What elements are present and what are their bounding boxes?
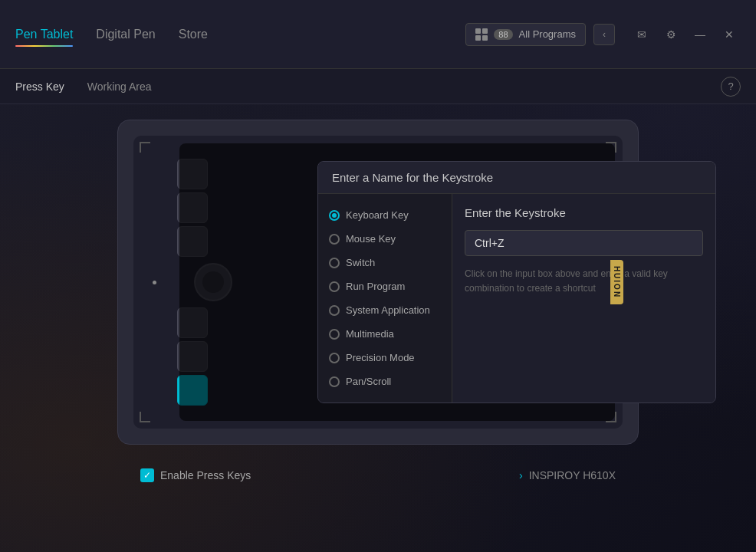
main-content: Enter a Name for the Keystroke Keyboard … [0, 104, 756, 552]
keystroke-input[interactable] [465, 230, 703, 256]
minimize-button[interactable]: — [689, 23, 712, 46]
option-pan-scroll-label: Pan/Scroll [346, 376, 391, 387]
title-bar: Pen Tablet Digital Pen Store 88 All Prog… [0, 0, 756, 69]
enter-keystroke-title: Enter the Keystroke [465, 206, 703, 219]
bottom-bar: ✓ Enable Press Keys › INSPIROY H610X [117, 445, 639, 506]
enable-press-keys-checkbox[interactable]: ✓ Enable Press Keys [140, 468, 251, 482]
option-run-program[interactable]: Run Program [318, 274, 452, 298]
radio-pan-scroll [329, 376, 340, 387]
option-multimedia-label: Multimedia [346, 328, 394, 340]
radio-switch [329, 258, 340, 268]
option-keyboard-key[interactable]: Keyboard Key [318, 203, 452, 227]
option-precision-mode-label: Precision Mode [346, 352, 415, 363]
option-mouse-key[interactable]: Mouse Key [318, 227, 452, 251]
radio-multimedia [329, 329, 340, 340]
option-pan-scroll[interactable]: Pan/Scroll [318, 370, 452, 393]
option-mouse-key-label: Mouse Key [346, 233, 396, 245]
corner-tl [140, 142, 150, 153]
tablet-inner: Enter a Name for the Keystroke Keyboard … [133, 136, 623, 429]
dialog-overlay: Enter a Name for the Keystroke Keyboard … [179, 143, 615, 421]
radio-system-application [329, 305, 340, 316]
settings-button[interactable]: ⚙ [659, 23, 682, 46]
programs-label: All Programs [519, 28, 576, 40]
help-button[interactable]: ? [721, 77, 741, 97]
device-selector[interactable]: › INSPIROY H610X [519, 469, 616, 481]
option-switch-label: Switch [346, 257, 375, 268]
sub-nav-working-area[interactable]: Working Area [87, 80, 152, 93]
device-chevron-icon: › [519, 469, 523, 481]
title-bar-right: 88 All Programs ‹ ✉ ⚙ — ✕ [465, 23, 741, 46]
option-keyboard-key-label: Keyboard Key [346, 209, 409, 221]
dialog-options-list: Keyboard Key Mouse Key Switch [318, 194, 452, 402]
option-system-application[interactable]: System Application [318, 298, 452, 322]
radio-precision-mode [329, 353, 340, 363]
option-run-program-label: Run Program [346, 281, 405, 292]
keystroke-hint: Click on the input box above and enter a… [465, 267, 703, 296]
tab-pen-tablet[interactable]: Pen Tablet [15, 24, 73, 45]
programs-selector[interactable]: 88 All Programs [465, 23, 586, 46]
sub-nav-press-key[interactable]: Press Key [15, 80, 64, 93]
mail-button[interactable]: ✉ [630, 23, 653, 46]
radio-keyboard-key [329, 210, 340, 221]
dialog-right-panel: Enter the Keystroke Click on the input b… [452, 194, 715, 402]
device-name: INSPIROY H610X [529, 469, 616, 481]
corner-bl [140, 412, 150, 422]
tablet-panel: Enter a Name for the Keystroke Keyboard … [117, 120, 639, 445]
option-multimedia[interactable]: Multimedia [318, 322, 452, 346]
option-system-application-label: System Application [346, 304, 430, 316]
close-button[interactable]: ✕ [718, 23, 741, 46]
option-precision-mode[interactable]: Precision Mode [318, 346, 452, 370]
dialog-title: Enter a Name for the Keystroke [318, 162, 715, 194]
checkbox-icon: ✓ [140, 468, 154, 482]
dialog-body: Keyboard Key Mouse Key Switch [318, 194, 715, 402]
enable-press-keys-label: Enable Press Keys [160, 469, 251, 481]
keystroke-dialog: Enter a Name for the Keystroke Keyboard … [317, 161, 716, 403]
tab-store[interactable]: Store [179, 24, 208, 45]
window-controls: ✉ ⚙ — ✕ [630, 23, 741, 46]
tab-digital-pen[interactable]: Digital Pen [96, 24, 155, 45]
programs-count: 88 [494, 29, 512, 40]
chevron-left-button[interactable]: ‹ [593, 24, 615, 45]
grid-icon [475, 28, 488, 41]
radio-mouse-key [329, 234, 340, 245]
sub-nav: Press Key Working Area ? [0, 69, 756, 104]
radio-run-program [329, 281, 340, 292]
key-dot [153, 281, 156, 284]
huion-brand-label: HUION [610, 260, 623, 304]
option-switch[interactable]: Switch [318, 251, 452, 274]
nav-tabs: Pen Tablet Digital Pen Store [15, 24, 465, 45]
